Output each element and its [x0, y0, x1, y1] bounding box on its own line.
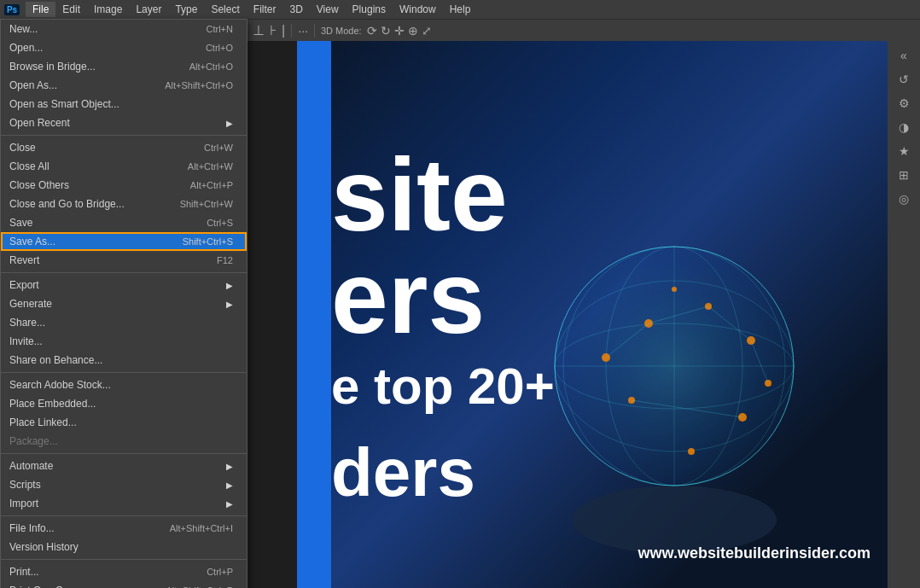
menu-plugins[interactable]: Plugins [346, 2, 393, 17]
menu-3d[interactable]: 3D [282, 2, 309, 17]
right-channels-icon[interactable]: ◎ [894, 189, 913, 208]
3d-scale-icon[interactable]: ⤢ [422, 24, 432, 38]
svg-point-16 [688, 448, 695, 455]
align-bottom-icon[interactable]: | [282, 23, 285, 38]
menu-item-behance[interactable]: Share on Behance... [1, 351, 247, 370]
sep-2 [1, 272, 247, 273]
right-layers-icon[interactable]: ⊞ [894, 166, 913, 184]
canvas-text-site: site [331, 143, 508, 246]
menu-item-package: Package... [1, 432, 247, 451]
canvas-url-text: www.websitebuilderinsider.com [638, 544, 871, 562]
menu-select[interactable]: Select [204, 2, 246, 17]
menu-item-scripts[interactable]: Scripts ▶ [1, 475, 247, 494]
distribute-icon[interactable]: ··· [298, 24, 308, 38]
menu-item-print-one-copy[interactable]: Print One Copy Alt+Shift+Ctrl+P [1, 581, 247, 588]
right-properties-icon[interactable]: ⚙ [894, 94, 913, 113]
right-panel-collapse[interactable]: « [894, 46, 913, 65]
menu-item-import[interactable]: Import ▶ [1, 494, 247, 513]
export-arrow: ▶ [226, 281, 233, 290]
menu-item-save[interactable]: Save Ctrl+S [1, 213, 247, 232]
menu-filter[interactable]: Filter [247, 2, 283, 17]
generate-arrow: ▶ [226, 300, 233, 309]
svg-point-0 [572, 486, 777, 554]
menu-item-open-as[interactable]: Open As... Alt+Shift+Ctrl+O [1, 76, 247, 95]
3d-pan-icon[interactable]: ✛ [394, 24, 405, 38]
svg-point-15 [672, 287, 677, 292]
menu-bar: Ps File Edit Image Layer Type Select Fil… [0, 0, 920, 19]
menu-edit[interactable]: Edit [55, 2, 87, 17]
right-style-icon[interactable]: ★ [894, 142, 913, 160]
menu-type[interactable]: Type [168, 2, 204, 17]
menu-item-new[interactable]: New... Ctrl+N [1, 20, 247, 38]
3d-orbit-icon[interactable]: ⟳ [367, 24, 377, 38]
menu-item-print[interactable]: Print... Ctrl+P [1, 562, 247, 581]
menu-item-share[interactable]: Share... [1, 313, 247, 332]
menu-item-version-history[interactable]: Version History [1, 538, 247, 556]
menu-item-adobe-stock[interactable]: Search Adobe Stock... [1, 376, 247, 394]
automate-arrow: ▶ [226, 462, 233, 471]
sep-5 [1, 515, 247, 516]
align-top-icon[interactable]: ⊥ [253, 22, 265, 38]
menu-item-open-recent[interactable]: Open Recent ▶ [1, 114, 247, 132]
menu-help[interactable]: Help [443, 2, 478, 17]
menu-item-open-smart[interactable]: Open as Smart Object... [1, 95, 247, 114]
menu-item-export[interactable]: Export ▶ [1, 276, 247, 294]
sep-3 [1, 372, 247, 373]
3d-roll-icon[interactable]: ↻ [381, 24, 391, 38]
app-logo: Ps [3, 2, 20, 17]
sep-1 [1, 135, 247, 136]
scripts-arrow: ▶ [226, 480, 233, 490]
menu-item-generate[interactable]: Generate ▶ [1, 294, 247, 313]
sep-6 [1, 559, 247, 560]
menu-item-place-linked[interactable]: Place Linked... [1, 413, 247, 432]
menu-item-open[interactable]: Open... Ctrl+O [1, 38, 247, 57]
3d-mode-label: 3D Mode: [321, 26, 362, 36]
right-adjust-icon[interactable]: ◑ [894, 118, 913, 137]
blue-sidebar-design [297, 41, 331, 588]
menu-item-close[interactable]: Close Ctrl+W [1, 138, 247, 157]
menu-view[interactable]: View [310, 2, 346, 17]
menu-item-invite[interactable]: Invite... [1, 332, 247, 351]
3d-slide-icon[interactable]: ⊕ [408, 24, 418, 38]
file-dropdown: New... Ctrl+N Open... Ctrl+O Browse in B… [0, 19, 247, 588]
menu-item-close-all[interactable]: Close All Alt+Ctrl+W [1, 157, 247, 176]
menu-item-close-others[interactable]: Close Others Alt+Ctrl+P [1, 176, 247, 195]
menu-window[interactable]: Window [393, 2, 443, 17]
canvas-text-ders: ders [331, 434, 475, 512]
canvas-content: site ers e top 20+ ders [297, 41, 888, 588]
file-menu-panel: New... Ctrl+N Open... Ctrl+O Browse in B… [0, 19, 247, 588]
menu-item-file-info[interactable]: File Info... Alt+Shift+Ctrl+I [1, 519, 247, 538]
menu-item-automate[interactable]: Automate ▶ [1, 457, 247, 475]
right-history-icon[interactable]: ↺ [894, 70, 913, 89]
menu-item-browse[interactable]: Browse in Bridge... Alt+Ctrl+O [1, 57, 247, 76]
menu-item-place-embedded[interactable]: Place Embedded... [1, 394, 247, 413]
import-arrow: ▶ [226, 499, 233, 509]
menu-item-revert[interactable]: Revert F12 [1, 251, 247, 270]
menu-file[interactable]: File [26, 2, 55, 17]
right-panel: « ↺ ⚙ ◑ ★ ⊞ ◎ [888, 41, 920, 588]
sep-4 [1, 453, 247, 454]
menu-item-close-bridge[interactable]: Close and Go to Bridge... Shift+Ctrl+W [1, 195, 247, 213]
menu-item-save-as[interactable]: Save As... Shift+Ctrl+S [1, 232, 247, 251]
menu-image[interactable]: Image [87, 2, 129, 17]
open-recent-arrow: ▶ [226, 119, 233, 128]
globe-graphic [504, 212, 845, 554]
align-center-v-icon[interactable]: ⊦ [270, 22, 277, 38]
menu-layer[interactable]: Layer [129, 2, 168, 17]
canvas-text-ers: ers [331, 246, 485, 348]
